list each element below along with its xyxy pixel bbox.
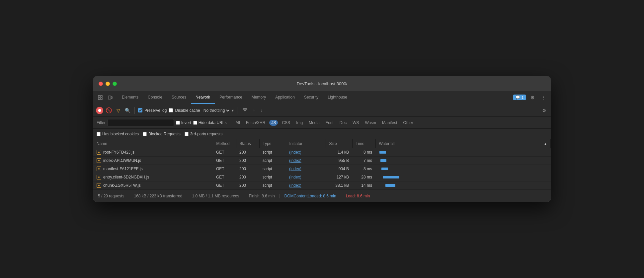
col-header-type[interactable]: Type xyxy=(259,139,286,148)
status-bar: 5 / 29 requests 168 kB / 223 kB transfer… xyxy=(93,190,551,202)
col-header-status[interactable]: Status xyxy=(236,139,259,148)
initiator-link[interactable]: (index) xyxy=(289,167,301,171)
col-header-name[interactable]: Name xyxy=(93,139,213,148)
row-waterfall xyxy=(375,181,551,190)
table-row[interactable]: entry.client-6D2NGDXH.js GET 200 script … xyxy=(93,173,551,181)
row-initiator: (index) xyxy=(286,148,326,157)
table-row[interactable]: index-APDJWMUN.js GET 200 script (index)… xyxy=(93,157,551,165)
record-button[interactable]: ⏺ xyxy=(96,107,103,114)
tab-network[interactable]: Network xyxy=(191,91,215,104)
row-name-cell: root-FY6TD42J.js xyxy=(97,150,209,155)
type-btn-manifest[interactable]: Manifest xyxy=(380,120,399,126)
table-row[interactable]: chunk-ZGX5R5TW.js GET 200 script (index)… xyxy=(93,181,551,190)
preserve-log-checkbox[interactable]: Preserve log xyxy=(138,108,167,113)
initiator-link[interactable]: (index) xyxy=(289,158,301,163)
script-icon xyxy=(97,175,101,179)
has-blocked-cookies-checkbox[interactable]: Has blocked cookies xyxy=(97,132,139,136)
table-header-row: Name Method Status Type Initiator xyxy=(93,139,551,148)
search-button[interactable]: 🔍 xyxy=(124,107,131,114)
minimize-button[interactable] xyxy=(106,82,110,86)
wifi-icon[interactable] xyxy=(241,107,249,114)
initiator-link[interactable]: (index) xyxy=(289,175,301,179)
export-icon[interactable]: ↓ xyxy=(259,107,265,114)
import-icon[interactable]: ↑ xyxy=(251,107,257,114)
type-btn-fetchxhr[interactable]: Fetch/XHR xyxy=(244,120,268,126)
third-party-checkbox[interactable]: 3rd-party requests xyxy=(185,132,222,136)
filter-button[interactable]: ▽ xyxy=(115,107,122,114)
svg-rect-3 xyxy=(101,98,102,100)
disable-cache-checkbox[interactable]: Disable cache xyxy=(169,108,200,113)
toolbar-separator-2 xyxy=(237,107,237,114)
table-row[interactable]: manifest-FA121FFE.js GET 200 script (ind… xyxy=(93,165,551,173)
type-btn-all[interactable]: All xyxy=(233,120,242,126)
row-filename: root-FY6TD42J.js xyxy=(103,150,134,155)
maximize-button[interactable] xyxy=(113,82,117,86)
type-btn-font[interactable]: Font xyxy=(324,120,336,126)
col-header-method[interactable]: Method xyxy=(213,139,236,148)
row-type: script xyxy=(259,157,286,165)
initiator-link[interactable]: (index) xyxy=(289,183,301,188)
row-type: script xyxy=(259,181,286,190)
waterfall-bar-area xyxy=(379,167,439,171)
row-method: GET xyxy=(213,165,236,173)
type-btn-css[interactable]: CSS xyxy=(280,120,292,126)
script-icon xyxy=(97,167,101,171)
tab-application[interactable]: Application xyxy=(271,91,299,104)
tab-sources[interactable]: Sources xyxy=(167,91,191,104)
device-toolbar-icon[interactable] xyxy=(106,94,115,101)
type-btn-other[interactable]: Other xyxy=(401,120,415,126)
row-time: 14 ms xyxy=(352,181,375,190)
col-header-initiator[interactable]: Initiator xyxy=(286,139,326,148)
row-name-cell: manifest-FA121FFE.js xyxy=(97,167,209,171)
clear-button[interactable]: 🚫 xyxy=(105,107,113,114)
type-btn-ws[interactable]: WS xyxy=(351,120,361,126)
close-button[interactable] xyxy=(99,82,103,86)
type-btn-wasm[interactable]: Wasm xyxy=(363,120,378,126)
invert-checkbox[interactable]: Invert xyxy=(176,120,191,125)
row-status: 200 xyxy=(236,181,259,190)
type-btn-js[interactable]: JS xyxy=(269,120,278,126)
blocked-bar: Has blocked cookies Blocked Requests 3rd… xyxy=(93,129,551,139)
filter-bar: Filter Invert Hide data URLs All Fetch/X… xyxy=(93,117,551,129)
waterfall-bar xyxy=(381,168,388,170)
throttle-selector[interactable]: No throttling Fast 3G Slow 3G ▾ xyxy=(202,108,234,113)
filter-separator xyxy=(230,119,230,126)
row-type: script xyxy=(259,148,286,157)
type-btn-doc[interactable]: Doc xyxy=(338,120,349,126)
col-header-size[interactable]: Size xyxy=(326,139,352,148)
row-initiator: (index) xyxy=(286,173,326,181)
initiator-link[interactable]: (index) xyxy=(289,150,301,155)
filter-label: Filter xyxy=(97,120,106,125)
throttle-select[interactable]: No throttling Fast 3G Slow 3G xyxy=(202,108,230,113)
row-size: 1.4 kB xyxy=(326,148,352,157)
tab-security[interactable]: Security xyxy=(299,91,323,104)
row-filename: chunk-ZGX5R5TW.js xyxy=(103,183,141,188)
network-table: Name Method Status Type Initiator xyxy=(93,139,551,190)
tab-performance[interactable]: Performance xyxy=(215,91,247,104)
waterfall-bar-area xyxy=(379,158,439,163)
status-resources: 1.0 MB / 1.1 MB resources xyxy=(187,194,244,198)
tab-memory[interactable]: Memory xyxy=(247,91,271,104)
inspector-icon[interactable] xyxy=(96,94,105,101)
status-requests: 5 / 29 requests xyxy=(98,194,129,198)
row-name-cell: index-APDJWMUN.js xyxy=(97,158,209,163)
row-size: 38.1 kB xyxy=(326,181,352,190)
tab-console[interactable]: Console xyxy=(143,91,167,104)
notification-badge[interactable]: 💬 1 xyxy=(513,95,526,100)
tab-elements[interactable]: Elements xyxy=(117,91,143,104)
tab-lighthouse[interactable]: Lighthouse xyxy=(323,91,352,104)
filter-input[interactable] xyxy=(108,119,174,126)
notification-icon: 💬 xyxy=(516,95,520,100)
col-header-time[interactable]: Time xyxy=(352,139,375,148)
hide-data-urls-checkbox[interactable]: Hide data URLs xyxy=(193,120,227,125)
blocked-requests-checkbox[interactable]: Blocked Requests xyxy=(143,132,181,136)
settings-icon[interactable]: ⚙ xyxy=(528,94,537,102)
col-header-waterfall[interactable]: Waterfall ▲ xyxy=(376,139,551,148)
type-btn-img[interactable]: Img xyxy=(294,120,305,126)
more-options-icon[interactable]: ⋮ xyxy=(539,94,548,102)
type-btn-media[interactable]: Media xyxy=(307,120,322,126)
table-row[interactable]: root-FY6TD42J.js GET 200 script (index) … xyxy=(93,148,551,157)
network-settings-icon[interactable]: ⚙ xyxy=(540,107,548,114)
svg-rect-2 xyxy=(101,96,102,97)
svg-rect-1 xyxy=(98,98,100,100)
